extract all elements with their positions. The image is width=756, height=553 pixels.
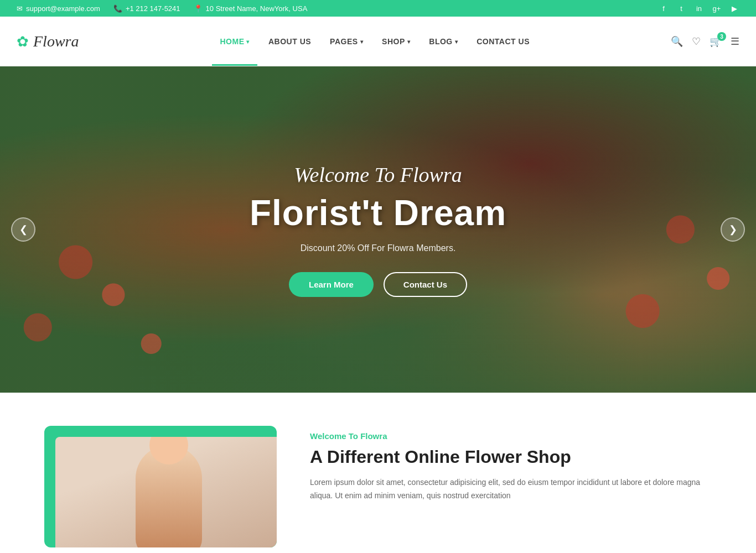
cart-badge: 3 [717,32,726,41]
contact-us-button[interactable]: Contact Us [384,272,467,297]
logo-icon: ✿ [17,33,29,50]
logo-text: Flowra [33,33,79,50]
image-frame [44,426,277,547]
wishlist-icon[interactable]: ♡ [692,35,701,48]
phone-item: 📞 +1 212 147-5241 [113,4,180,13]
nav-shop[interactable]: SHOP ▾ [374,33,418,50]
logo[interactable]: ✿ Flowra [17,33,79,50]
header: ✿ Flowra HOME ▾ ABOUT US PAGES ▾ SHOP ▾ … [0,17,756,66]
section-text-column: Welcome To Flowra A Different Online Flo… [310,426,712,503]
facebook-icon[interactable]: f [659,3,669,13]
arrow-right-icon: ❯ [729,223,737,236]
slider-prev-button[interactable]: ❮ [11,217,35,242]
person-head [149,437,188,465]
nav-contact-label: CONTACT US [477,37,530,46]
twitter-icon[interactable]: t [676,3,686,13]
nav-actions: 🔍 ♡ 🛒 3 ☰ [671,35,739,48]
phone-icon: 📞 [113,4,122,13]
phone-text: +1 212 147-5241 [126,4,180,13]
learn-more-button[interactable]: Learn More [289,272,374,297]
about-section: Welcome To Flowra A Different Online Flo… [0,393,756,553]
chevron-down-icon: ▾ [360,39,364,45]
top-bar-left: ✉ support@example.com 📞 +1 212 147-5241 … [17,4,307,13]
main-nav: HOME ▾ ABOUT US PAGES ▾ SHOP ▾ BLOG ▾ CO… [212,33,537,50]
location-icon: 📍 [194,4,203,13]
nav-contact[interactable]: CONTACT US [469,33,537,50]
nav-about-label: ABOUT US [268,37,311,46]
person-shape [136,445,202,547]
top-bar: ✉ support@example.com 📞 +1 212 147-5241 … [0,0,756,17]
youtube-icon[interactable]: ▶ [729,3,739,13]
section-heading: A Different Online Flower Shop [310,446,712,467]
address-item: 📍 10 Street Name, NewYork, USA [194,4,308,13]
arrow-left-icon: ❮ [19,223,28,236]
instagram-icon[interactable]: in [694,3,704,13]
nav-blog-label: BLOG [429,37,452,46]
hero-content: Welcome To Flowra Florist't Dream Discou… [0,66,756,393]
hero-section: ❮ Welcome To Flowra Florist't Dream Disc… [0,66,756,393]
slider-next-button[interactable]: ❯ [721,217,745,242]
google-plus-icon[interactable]: g+ [712,3,722,13]
nav-about[interactable]: ABOUT US [261,33,319,50]
section-tag: Welcome To Flowra [310,431,712,441]
chevron-down-icon: ▾ [455,39,458,45]
email-icon: ✉ [17,4,23,13]
social-icons: f t in g+ ▶ [659,3,739,13]
nav-pages-label: PAGES [330,37,358,46]
image-inner [55,437,277,547]
section-paragraph: Lorem ipsum dolor sit amet, consectetur … [310,476,712,503]
nav-home[interactable]: HOME ▾ [212,33,257,50]
address-text: 10 Street Name, NewYork, USA [206,4,308,13]
email-item: ✉ support@example.com [17,4,100,13]
chevron-down-icon: ▾ [407,39,411,45]
chevron-down-icon: ▾ [246,39,250,45]
cart-wrapper[interactable]: 🛒 3 [710,35,722,48]
email-text: support@example.com [26,4,100,13]
nav-blog[interactable]: BLOG ▾ [421,33,465,50]
nav-home-label: HOME [220,37,244,46]
hero-title: Florist't Dream [250,192,506,233]
nav-shop-label: SHOP [382,37,405,46]
section-image-column [44,426,277,547]
person-image [55,437,277,547]
hero-buttons: Learn More Contact Us [289,272,467,297]
nav-pages[interactable]: PAGES ▾ [322,33,371,50]
hero-subtitle: Welcome To Flowra [294,163,462,187]
search-icon[interactable]: 🔍 [671,35,683,48]
menu-icon[interactable]: ☰ [731,35,739,48]
hero-description: Discount 20% Off For Flowra Members. [301,243,456,253]
